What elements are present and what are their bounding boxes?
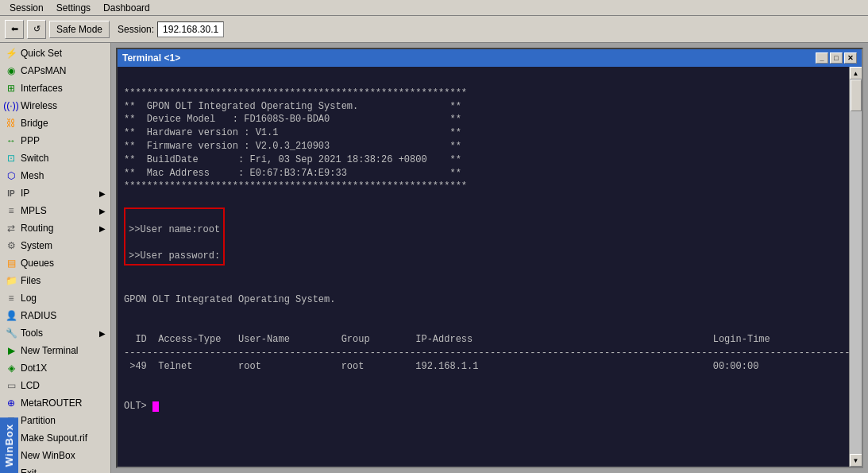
sidebar-label-capsman: CAPsMAN: [21, 65, 66, 76]
sidebar-label-files: Files: [21, 275, 41, 286]
terminal-close-button[interactable]: ✕: [844, 52, 857, 64]
sidebar-label-routing: Routing: [21, 223, 53, 234]
terminal-line-builddate: ** BuildDate : Fri, 03 Sep 2021 18:38:26…: [124, 154, 461, 165]
sidebar-label-make-supout: Make Supout.rif: [21, 432, 87, 444]
sidebar-item-tools[interactable]: 🔧 Tools ▶: [0, 324, 110, 342]
terminal-minimize-button[interactable]: _: [816, 52, 828, 64]
sidebar-item-bridge[interactable]: ⛓ Bridge: [0, 114, 110, 132]
sidebar-label-new-winbox: New WinBox: [21, 450, 75, 461]
terminal-line-gpon2: GPON OLT Integrated Operating System.: [124, 294, 335, 305]
terminal-title-buttons: _ □ ✕: [816, 52, 857, 64]
sidebar-label-switch: Switch: [21, 153, 48, 164]
log-icon: ≡: [5, 292, 17, 304]
sidebar-item-capsman[interactable]: ◉ CAPsMAN: [0, 62, 110, 79]
terminal-cursor: [152, 401, 159, 412]
sidebar-item-routing[interactable]: ⇄ Routing ▶: [0, 219, 110, 237]
sidebar-label-tools: Tools: [21, 328, 43, 339]
terminal-line-model: ** Device Model : FD1608S-B0-BDA0 **: [124, 114, 461, 125]
sidebar-label-bridge: Bridge: [21, 118, 48, 129]
terminal-line-hw: ** Hardware version : V1.1 **: [124, 127, 461, 138]
lcd-icon: ▭: [5, 379, 17, 392]
sidebar-label-wireless: Wireless: [21, 100, 57, 111]
mpls-arrow: ▶: [99, 207, 106, 215]
main-layout: ⚡ Quick Set ◉ CAPsMAN ⊞ Interfaces ((·))…: [0, 43, 868, 473]
terminal-line-username: >>User name:root: [129, 224, 220, 235]
sidebar-item-radius[interactable]: 👤 RADIUS: [0, 307, 110, 324]
terminal-line-stars2: ****************************************…: [124, 180, 467, 192]
sidebar-item-quick-set[interactable]: ⚡ Quick Set: [0, 45, 110, 62]
ip-arrow: ▶: [99, 189, 106, 198]
scrollbar-track[interactable]: [850, 79, 862, 454]
sidebar-label-dot1x: Dot1X: [21, 363, 47, 374]
sidebar-label-quick-set: Quick Set: [21, 48, 62, 59]
terminal-highlight-box: >>User name:root >>User password:: [124, 207, 225, 266]
refresh-button[interactable]: ↺: [27, 20, 46, 39]
bridge-icon: ⛓: [5, 117, 17, 130]
sidebar-item-ppp[interactable]: ↔ PPP: [0, 132, 110, 149]
sidebar-item-queues[interactable]: ▤ Queues: [0, 254, 110, 272]
sidebar-item-system[interactable]: ⚙ System: [0, 237, 110, 254]
terminal-restore-button[interactable]: □: [830, 52, 843, 64]
sidebar-label-mesh: Mesh: [21, 170, 44, 181]
tools-arrow: ▶: [99, 329, 106, 338]
scrollbar-down-button[interactable]: ▼: [850, 454, 862, 467]
sidebar-label-log: Log: [21, 293, 37, 304]
tools-icon: 🔧: [5, 327, 17, 339]
scrollbar-thumb[interactable]: [851, 79, 862, 111]
sidebar-item-interfaces[interactable]: ⊞ Interfaces: [0, 79, 110, 97]
menu-settings[interactable]: Settings: [50, 1, 97, 15]
sidebar-item-mpls[interactable]: ≡ MPLS ▶: [0, 202, 110, 219]
files-icon: 📁: [5, 274, 17, 287]
sidebar-item-mesh[interactable]: ⬡ Mesh: [0, 167, 110, 184]
interfaces-icon: ⊞: [5, 82, 17, 95]
metarouter-icon: ⊕: [5, 397, 17, 409]
terminal-body: ****************************************…: [118, 67, 862, 467]
sidebar-item-switch[interactable]: ⊡ Switch: [0, 149, 110, 167]
system-icon: ⚙: [5, 239, 17, 252]
mpls-icon: ≡: [5, 204, 17, 217]
terminal-line-header: ID Access-Type User-Name Group IP-Addres…: [124, 334, 770, 345]
sidebar-label-ppp: PPP: [21, 135, 40, 146]
sidebar-item-wireless[interactable]: ((·)) Wireless: [0, 97, 110, 114]
terminal-line-session: >49 Telnet root root 192.168.1.1 00:00:0…: [124, 361, 758, 372]
sidebar-item-lcd[interactable]: ▭ LCD: [0, 377, 110, 394]
terminal-blank1: [124, 194, 129, 205]
sidebar-item-files[interactable]: 📁 Files: [0, 272, 110, 289]
session-ip: 192.168.30.1: [157, 21, 224, 37]
sidebar-label-exit: Exit: [21, 467, 37, 473]
scrollbar-up-button[interactable]: ▲: [850, 67, 862, 79]
terminal-line-separator: ----------------------------------------…: [124, 347, 849, 359]
terminal-line-fw: ** Firmware version : V2.0.3_210903 **: [124, 141, 461, 152]
back-button[interactable]: ⬅: [5, 20, 24, 39]
radius-icon: 👤: [5, 309, 17, 322]
sidebar-item-dot1x[interactable]: ◈ Dot1X: [0, 359, 110, 377]
sidebar-label-lcd: LCD: [21, 380, 40, 391]
toolbar: ⬅ ↺ Safe Mode Session: 192.168.30.1: [0, 16, 868, 43]
ppp-icon: ↔: [5, 134, 17, 147]
terminal-line-mac: ** Mac Address : E0:67:B3:7A:E9:33 **: [124, 168, 461, 179]
dot1x-icon: ◈: [5, 362, 17, 374]
menu-dashboard[interactable]: Dashboard: [97, 1, 156, 15]
sidebar: ⚡ Quick Set ◉ CAPsMAN ⊞ Interfaces ((·))…: [0, 43, 111, 473]
sidebar-item-ip[interactable]: IP IP ▶: [0, 184, 110, 202]
sidebar-label-queues: Queues: [21, 258, 54, 269]
sidebar-item-metarouter[interactable]: ⊕ MetaROUTER: [0, 394, 110, 412]
terminal-line-password: >>User password:: [129, 250, 220, 262]
sidebar-item-new-terminal[interactable]: ▶ New Terminal: [0, 342, 110, 359]
sidebar-item-log[interactable]: ≡ Log: [0, 289, 110, 307]
ip-icon: IP: [5, 187, 17, 200]
terminal-title: Terminal <1>: [122, 52, 816, 64]
terminal-line-stars1: ****************************************…: [124, 87, 467, 99]
routing-icon: ⇄: [5, 222, 17, 235]
capsman-icon: ◉: [5, 64, 17, 77]
sidebar-label-radius: RADIUS: [21, 310, 56, 321]
sidebar-label-new-terminal: New Terminal: [21, 345, 78, 356]
terminal-line-gpon: ** GPON OLT Integrated Operating System.…: [124, 101, 461, 112]
quick-set-icon: ⚡: [5, 47, 17, 60]
refresh-icon: ↺: [33, 24, 41, 34]
terminal-content[interactable]: ****************************************…: [118, 67, 849, 467]
menu-session[interactable]: Session: [3, 1, 50, 15]
safe-mode-button[interactable]: Safe Mode: [49, 21, 110, 38]
session-label: Session:: [118, 24, 154, 35]
sidebar-label-metarouter: MetaROUTER: [21, 397, 82, 409]
